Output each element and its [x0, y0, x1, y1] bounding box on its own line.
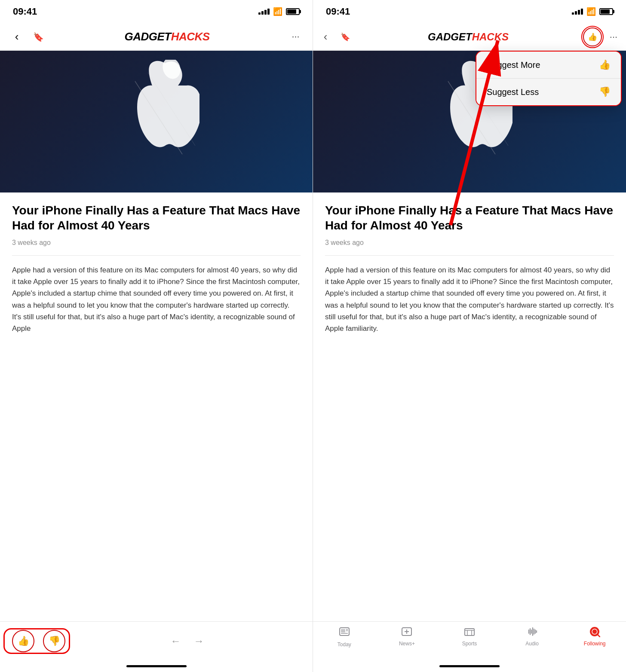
suggest-less-label: Suggest Less [487, 87, 539, 97]
battery-icon-right [599, 8, 613, 15]
article-content-right: Your iPhone Finally Has a Feature That M… [313, 192, 626, 621]
nav-arrows-left: ← → [74, 635, 301, 647]
home-bar-right [439, 665, 500, 667]
tab-today[interactable]: Today [313, 626, 376, 648]
wifi-icon-right: 📶 [586, 7, 596, 16]
tab-following[interactable]: Following [563, 626, 626, 647]
tab-following-label: Following [584, 641, 606, 647]
signal-icon-right [572, 9, 583, 15]
time-right: 09:41 [326, 6, 350, 17]
thumbs-up-button[interactable]: 👍 [12, 630, 34, 652]
article-date-right: 3 weeks ago [325, 239, 614, 247]
dropdown-menu[interactable]: Suggest More 👍 Suggest Less 👎 [476, 51, 622, 106]
status-bar-left: 09:41 📶 [0, 0, 313, 23]
bottom-tab-bar: Today News+ Sports [313, 621, 626, 660]
audio-icon [527, 626, 538, 639]
article-image-left [0, 51, 313, 192]
svg-rect-9 [341, 629, 345, 632]
bookmark-button-right[interactable]: 🔖 [337, 29, 353, 45]
home-bar-left [126, 665, 187, 667]
article-content-left: Your iPhone Finally Has a Feature That M… [0, 192, 313, 621]
article-title-right: Your iPhone Finally Has a Feature That M… [325, 203, 614, 233]
more-button-left[interactable]: ··· [288, 29, 304, 45]
tab-newsplus[interactable]: News+ [376, 626, 439, 647]
nav-bar-right: ‹ 🔖 GADGETHACKS 👍 ··· Suggest More 👍 Sug… [313, 23, 626, 51]
forward-arrow-left[interactable]: → [194, 635, 204, 647]
newsplus-icon [401, 626, 412, 639]
suggest-button[interactable]: 👍 [583, 27, 602, 46]
bookmark-button-left[interactable]: 🔖 [30, 29, 46, 45]
wifi-icon: 📶 [273, 7, 282, 16]
suggest-more-item[interactable]: Suggest More 👍 [476, 52, 621, 79]
article-body-left: Apple had a version of this feature on i… [12, 264, 301, 334]
tab-sports-label: Sports [462, 641, 477, 647]
tab-sports[interactable]: Sports [438, 626, 501, 647]
thumb-nav-container: 👍 [583, 27, 602, 46]
sports-icon [464, 626, 475, 639]
bottom-bar-left: 👍 👎 ← → [0, 621, 313, 660]
back-button-right[interactable]: ‹ [317, 29, 334, 45]
article-date-left: 3 weeks ago [12, 239, 301, 247]
status-icons-right: 📶 [572, 7, 613, 16]
thumbup-icon: 👍 [599, 59, 611, 70]
tab-audio-label: Audio [525, 641, 539, 647]
status-icons-left: 📶 [258, 7, 300, 16]
home-indicator-left [0, 660, 313, 672]
logo-text-right: GADGETHACKS [428, 31, 509, 43]
time-left: 09:41 [13, 6, 37, 17]
right-phone: 09:41 📶 ‹ 🔖 GADGETHACKS 👍 [313, 0, 626, 672]
tab-newsplus-label: News+ [399, 641, 415, 647]
thumbs-down-button[interactable]: 👎 [43, 630, 65, 652]
tab-audio[interactable]: Audio [501, 626, 564, 647]
logo-right: GADGETHACKS [357, 31, 580, 43]
back-button-left[interactable]: ‹ [9, 29, 25, 45]
tab-today-label: Today [338, 641, 351, 648]
back-arrow-left[interactable]: ← [171, 635, 181, 647]
svg-line-22 [598, 635, 600, 637]
thumbdown-icon: 👎 [599, 86, 611, 98]
article-title-left: Your iPhone Finally Has a Feature That M… [12, 203, 301, 233]
left-phone: 09:41 📶 ‹ 🔖 GADGETHACKS ··· [0, 0, 313, 672]
suggest-less-item[interactable]: Suggest Less 👎 [476, 79, 621, 105]
today-icon [339, 626, 350, 640]
article-body-right: Apple had a version of this feature on i… [325, 264, 614, 334]
following-icon [589, 626, 600, 639]
article-divider-left [12, 255, 301, 256]
logo-left: GADGETHACKS [52, 30, 282, 43]
article-divider-right [325, 255, 614, 256]
svg-rect-16 [465, 629, 474, 635]
signal-icon [258, 9, 270, 15]
apple-logo-svg [114, 60, 199, 163]
battery-icon [286, 8, 300, 15]
logo-text-left: GADGETHACKS [124, 30, 209, 43]
home-indicator-right [313, 660, 626, 672]
suggest-more-label: Suggest More [487, 60, 540, 70]
more-button-right[interactable]: ··· [605, 29, 622, 45]
status-bar-right: 09:41 📶 [313, 0, 626, 23]
nav-bar-left: ‹ 🔖 GADGETHACKS ··· [0, 23, 313, 51]
